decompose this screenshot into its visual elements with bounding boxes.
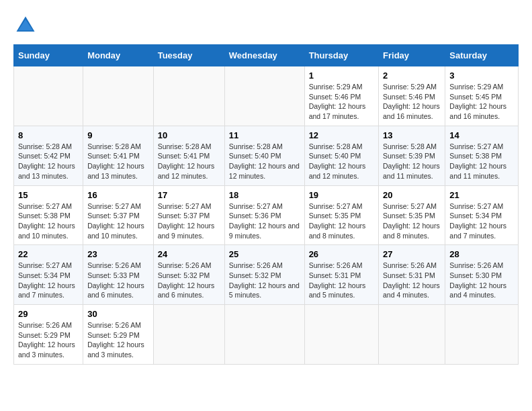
day-number: 17 xyxy=(158,190,220,200)
calendar-cell: 20Sunrise: 5:27 AMSunset: 5:35 PMDayligh… xyxy=(379,185,445,245)
calendar-cell: 16Sunrise: 5:27 AMSunset: 5:37 PMDayligh… xyxy=(83,185,154,245)
day-info: Sunrise: 5:26 AMSunset: 5:30 PMDaylight:… xyxy=(449,261,514,300)
day-number: 26 xyxy=(309,249,374,259)
calendar-cell: 17Sunrise: 5:27 AMSunset: 5:37 PMDayligh… xyxy=(153,185,224,245)
calendar-cell: 8Sunrise: 5:28 AMSunset: 5:42 PMDaylight… xyxy=(14,126,83,185)
calendar-week-row: 22Sunrise: 5:27 AMSunset: 5:34 PMDayligh… xyxy=(14,245,519,305)
calendar-table: SundayMondayTuesdayWednesdayThursdayFrid… xyxy=(13,44,519,365)
calendar-cell: 22Sunrise: 5:27 AMSunset: 5:34 PMDayligh… xyxy=(14,245,83,305)
calendar-cell: 3Sunrise: 5:29 AMSunset: 5:45 PMDaylight… xyxy=(445,66,519,126)
calendar-cell: 2Sunrise: 5:29 AMSunset: 5:46 PMDaylight… xyxy=(379,66,445,126)
col-header-sunday: Sunday xyxy=(14,45,83,66)
calendar-cell: 18Sunrise: 5:27 AMSunset: 5:36 PMDayligh… xyxy=(224,185,304,245)
col-header-thursday: Thursday xyxy=(304,45,378,66)
day-number: 23 xyxy=(87,249,149,259)
calendar-cell: 27Sunrise: 5:26 AMSunset: 5:31 PMDayligh… xyxy=(379,245,445,305)
day-number: 16 xyxy=(87,190,149,200)
day-number: 22 xyxy=(18,249,79,259)
day-number: 1 xyxy=(309,71,374,81)
calendar-cell: 9Sunrise: 5:28 AMSunset: 5:41 PMDaylight… xyxy=(83,126,154,185)
calendar-cell: 13Sunrise: 5:28 AMSunset: 5:39 PMDayligh… xyxy=(379,126,445,185)
day-info: Sunrise: 5:29 AMSunset: 5:45 PMDaylight:… xyxy=(449,82,514,122)
day-number: 14 xyxy=(449,130,514,140)
calendar-cell: 26Sunrise: 5:26 AMSunset: 5:31 PMDayligh… xyxy=(304,245,378,305)
calendar-cell xyxy=(304,305,378,365)
day-info: Sunrise: 5:26 AMSunset: 5:29 PMDaylight:… xyxy=(18,320,79,360)
day-number: 2 xyxy=(383,71,441,81)
day-info: Sunrise: 5:26 AMSunset: 5:29 PMDaylight:… xyxy=(87,320,149,360)
day-info: Sunrise: 5:26 AMSunset: 5:31 PMDaylight:… xyxy=(383,261,441,300)
day-info: Sunrise: 5:27 AMSunset: 5:37 PMDaylight:… xyxy=(158,201,220,241)
day-number: 19 xyxy=(309,190,374,200)
day-info: Sunrise: 5:29 AMSunset: 5:46 PMDaylight:… xyxy=(383,82,441,122)
logo xyxy=(13,13,42,38)
calendar-cell: 14Sunrise: 5:27 AMSunset: 5:38 PMDayligh… xyxy=(445,126,519,185)
day-info: Sunrise: 5:27 AMSunset: 5:38 PMDaylight:… xyxy=(449,142,514,181)
day-number: 24 xyxy=(158,249,220,259)
day-info: Sunrise: 5:26 AMSunset: 5:33 PMDaylight:… xyxy=(87,261,149,300)
calendar-cell: 21Sunrise: 5:27 AMSunset: 5:34 PMDayligh… xyxy=(445,185,519,245)
calendar-cell: 12Sunrise: 5:28 AMSunset: 5:40 PMDayligh… xyxy=(304,126,378,185)
calendar-week-row: 29Sunrise: 5:26 AMSunset: 5:29 PMDayligh… xyxy=(14,305,519,365)
calendar-header-row: SundayMondayTuesdayWednesdayThursdayFrid… xyxy=(14,45,519,66)
day-number: 12 xyxy=(309,130,374,140)
day-number: 8 xyxy=(18,130,79,140)
day-number: 9 xyxy=(87,130,149,140)
calendar-cell xyxy=(445,305,519,365)
day-number: 29 xyxy=(18,309,79,319)
page-header xyxy=(13,13,519,38)
day-number: 25 xyxy=(229,249,300,259)
day-number: 30 xyxy=(87,309,149,319)
calendar-cell xyxy=(224,305,304,365)
day-info: Sunrise: 5:28 AMSunset: 5:41 PMDaylight:… xyxy=(87,142,149,181)
day-number: 20 xyxy=(383,190,441,200)
day-info: Sunrise: 5:28 AMSunset: 5:41 PMDaylight:… xyxy=(158,142,220,181)
calendar-cell xyxy=(379,305,445,365)
day-info: Sunrise: 5:26 AMSunset: 5:32 PMDaylight:… xyxy=(158,261,220,300)
calendar-week-row: 1Sunrise: 5:29 AMSunset: 5:46 PMDaylight… xyxy=(14,66,519,126)
day-number: 3 xyxy=(449,71,514,81)
calendar-cell: 15Sunrise: 5:27 AMSunset: 5:38 PMDayligh… xyxy=(14,185,83,245)
calendar-cell: 19Sunrise: 5:27 AMSunset: 5:35 PMDayligh… xyxy=(304,185,378,245)
day-info: Sunrise: 5:27 AMSunset: 5:34 PMDaylight:… xyxy=(449,201,514,241)
logo-icon xyxy=(13,13,38,38)
day-info: Sunrise: 5:28 AMSunset: 5:39 PMDaylight:… xyxy=(383,142,441,181)
calendar-cell: 23Sunrise: 5:26 AMSunset: 5:33 PMDayligh… xyxy=(83,245,154,305)
col-header-tuesday: Tuesday xyxy=(153,45,224,66)
col-header-saturday: Saturday xyxy=(445,45,519,66)
calendar-cell: 28Sunrise: 5:26 AMSunset: 5:30 PMDayligh… xyxy=(445,245,519,305)
calendar-cell xyxy=(153,66,224,126)
calendar-week-row: 8Sunrise: 5:28 AMSunset: 5:42 PMDaylight… xyxy=(14,126,519,185)
col-header-friday: Friday xyxy=(379,45,445,66)
calendar-cell xyxy=(14,66,83,126)
day-info: Sunrise: 5:27 AMSunset: 5:35 PMDaylight:… xyxy=(383,201,441,241)
col-header-monday: Monday xyxy=(83,45,154,66)
day-number: 18 xyxy=(229,190,300,200)
calendar-week-row: 15Sunrise: 5:27 AMSunset: 5:38 PMDayligh… xyxy=(14,185,519,245)
calendar-cell xyxy=(83,66,154,126)
day-info: Sunrise: 5:27 AMSunset: 5:35 PMDaylight:… xyxy=(309,201,374,241)
day-number: 13 xyxy=(383,130,441,140)
calendar-cell: 24Sunrise: 5:26 AMSunset: 5:32 PMDayligh… xyxy=(153,245,224,305)
day-number: 28 xyxy=(449,249,514,259)
day-info: Sunrise: 5:28 AMSunset: 5:40 PMDaylight:… xyxy=(309,142,374,181)
day-info: Sunrise: 5:28 AMSunset: 5:40 PMDaylight:… xyxy=(229,142,300,181)
calendar-cell: 1Sunrise: 5:29 AMSunset: 5:46 PMDaylight… xyxy=(304,66,378,126)
day-number: 11 xyxy=(229,130,300,140)
day-info: Sunrise: 5:29 AMSunset: 5:46 PMDaylight:… xyxy=(309,82,374,122)
day-info: Sunrise: 5:28 AMSunset: 5:42 PMDaylight:… xyxy=(18,142,79,181)
day-number: 27 xyxy=(383,249,441,259)
day-info: Sunrise: 5:26 AMSunset: 5:32 PMDaylight:… xyxy=(229,261,300,300)
day-info: Sunrise: 5:27 AMSunset: 5:36 PMDaylight:… xyxy=(229,201,300,241)
calendar-cell: 10Sunrise: 5:28 AMSunset: 5:41 PMDayligh… xyxy=(153,126,224,185)
calendar-cell xyxy=(224,66,304,126)
day-info: Sunrise: 5:27 AMSunset: 5:37 PMDaylight:… xyxy=(87,201,149,241)
day-number: 15 xyxy=(18,190,79,200)
day-info: Sunrise: 5:27 AMSunset: 5:38 PMDaylight:… xyxy=(18,201,79,241)
col-header-wednesday: Wednesday xyxy=(224,45,304,66)
day-number: 10 xyxy=(158,130,220,140)
calendar-cell: 25Sunrise: 5:26 AMSunset: 5:32 PMDayligh… xyxy=(224,245,304,305)
calendar-cell xyxy=(153,305,224,365)
day-info: Sunrise: 5:27 AMSunset: 5:34 PMDaylight:… xyxy=(18,261,79,300)
calendar-cell: 11Sunrise: 5:28 AMSunset: 5:40 PMDayligh… xyxy=(224,126,304,185)
